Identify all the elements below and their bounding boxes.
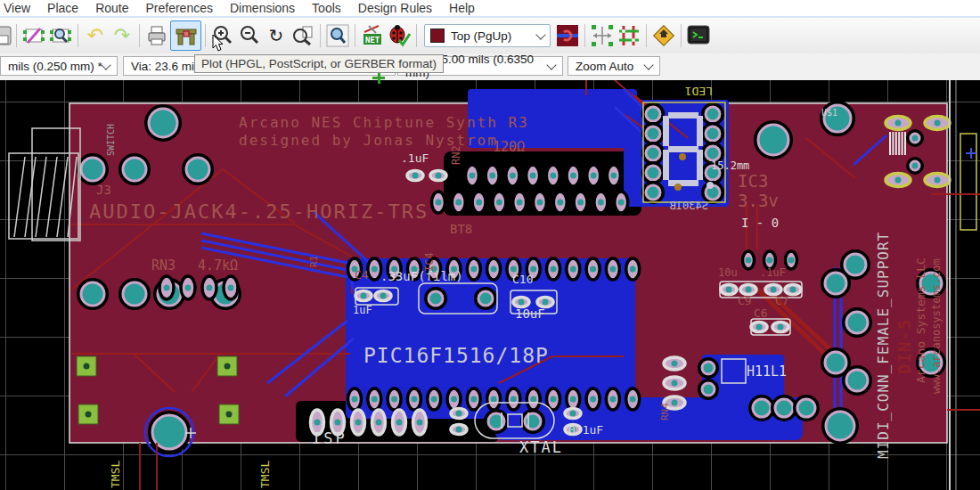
seg-model-label: S4301B <box>670 200 708 212</box>
zoom-select[interactable]: Zoom Auto <box>568 56 660 76</box>
plot-icon[interactable] <box>170 20 201 51</box>
separator <box>416 24 417 47</box>
grid-origin-marker <box>372 71 385 84</box>
zoom-out-icon[interactable] <box>236 21 263 50</box>
separator <box>320 24 321 47</box>
menu-design-rules[interactable]: Design Rules <box>353 1 444 15</box>
menu-dimensions[interactable]: Dimensions <box>225 1 306 15</box>
drc-check-icon[interactable] <box>386 21 412 50</box>
board-title: Arcano NES Chiptune Synth R3 <box>239 114 529 131</box>
read-netlist-icon[interactable]: NET <box>359 21 386 50</box>
options-toolbar: mils (0.250 mm) * Via: 23.6 mils (0.60 G… <box>0 53 980 81</box>
module-editor-icon[interactable] <box>20 21 47 50</box>
switch-label: SWITCH <box>106 124 116 156</box>
isp-label: ISP <box>312 429 347 447</box>
layer-color-swatch <box>430 29 445 43</box>
bt8-label: BT8 <box>450 222 472 236</box>
rn2-value: 120Ω <box>493 139 525 155</box>
separator <box>16 24 17 47</box>
menu-preferences[interactable]: Preferences <box>140 1 224 15</box>
seg-height-label: 15.2mm <box>711 159 749 172</box>
cap-1uf-label: .1uF <box>760 266 786 279</box>
track-width-select[interactable]: mils (0.250 mm) * <box>0 56 118 76</box>
chevron-down-icon <box>643 60 653 69</box>
rn3-label: RN3 <box>151 257 176 274</box>
redo-icon[interactable]: ↷ <box>109 21 135 50</box>
separator <box>681 24 682 47</box>
c4-value: .33uF(film) <box>380 269 463 283</box>
grid-toggle-icon[interactable] <box>616 21 642 50</box>
menu-help[interactable]: Help <box>444 1 486 15</box>
plot-tooltip: Plot (HPGL, PostScript, or GERBER format… <box>194 54 444 73</box>
rn2-label: RN2 <box>450 145 462 165</box>
xtal-label: XTAL <box>519 438 563 456</box>
ic4-label: IC4 <box>423 252 436 272</box>
separator <box>355 24 355 47</box>
zoom-fit-icon[interactable] <box>290 21 316 50</box>
separator <box>646 24 647 47</box>
pcb-canvas[interactable]: Arcano NES Chiptune Synth R3 designed by… <box>0 80 980 490</box>
find-icon[interactable] <box>324 21 351 50</box>
menu-route[interactable]: Route <box>90 1 140 15</box>
rn3-value: 4.7kΩ <box>198 257 238 274</box>
swap-layer-icon[interactable] <box>554 21 581 50</box>
layer-selector-value: Top (PgUp) <box>451 29 511 43</box>
c1uf-value: 1uF <box>353 304 372 316</box>
j3-label: J3 <box>96 183 111 197</box>
din5-label: DIN-5 <box>894 319 914 374</box>
pic-label: PIC16F1516/18P <box>363 344 549 367</box>
c6-label: C6 <box>754 306 768 320</box>
tmsl-label-1: TMSL <box>109 461 122 488</box>
undo-icon[interactable]: ↶ <box>82 21 109 50</box>
c-1uf-value: .1uF <box>401 151 429 165</box>
separator <box>78 24 78 47</box>
chevron-down-icon <box>101 60 110 69</box>
io-marks: I - 0 <box>741 216 779 230</box>
scripting-console-icon[interactable] <box>685 21 712 50</box>
chevron-down-icon <box>546 60 556 69</box>
layer-selector[interactable]: Top (PgUp) <box>424 24 551 47</box>
separator <box>584 24 585 47</box>
menu-tools[interactable]: Tools <box>306 1 353 15</box>
c9-label: C9 <box>738 294 752 307</box>
autoroute-icon[interactable] <box>650 21 677 50</box>
redraw-icon[interactable]: ↻ <box>263 21 290 50</box>
pcb-editor-window: View Place Route Preferences Dimensions … <box>0 0 980 490</box>
chevron-down-icon <box>535 29 545 39</box>
cap10u-label: 10u <box>718 266 738 279</box>
r1-label: R1 <box>308 256 320 267</box>
menu-view[interactable]: View <box>0 1 42 15</box>
c10-label: C10 <box>512 273 533 286</box>
ic3-value: 3.3v <box>738 191 779 210</box>
footprint-browser-icon[interactable] <box>47 21 74 50</box>
show-ratsnest-icon[interactable] <box>589 21 616 50</box>
menu-bar: View Place Route Preferences Dimensions … <box>0 0 980 18</box>
rn4-label: RN4 <box>659 403 671 421</box>
c7-label: C7 <box>775 294 789 307</box>
h11l1-label: H11L1 <box>747 363 787 380</box>
audio-jack-label: AUDIO-JACK4-.25-HORIZ-TRS <box>89 200 429 223</box>
menu-place[interactable]: Place <box>42 1 90 15</box>
c3-value: 0.1uF <box>568 423 603 437</box>
u1-label: U$1 <box>821 108 837 118</box>
zoom-in-icon[interactable] <box>209 21 236 50</box>
c10-value: 10uF <box>515 306 545 321</box>
midi-support-label: MIDI_CONN_FEMALE_SUPPORT <box>875 232 892 459</box>
separator <box>139 24 140 47</box>
led1-label: LED1 <box>685 85 713 98</box>
c4-label: C4 <box>355 268 369 282</box>
ic3-label: IC3 <box>738 171 768 191</box>
main-toolbar: ↶ ↷ ↻ NET Top <box>0 18 980 54</box>
tmsl-label-2: TMSL <box>258 461 272 488</box>
website-label: www.arcanosystems.com <box>930 258 943 394</box>
svg-text:NET: NET <box>365 36 380 45</box>
print-icon[interactable] <box>143 21 170 50</box>
separator <box>205 24 206 47</box>
company-label: Arcano Systems LLC <box>914 257 927 383</box>
save-icon[interactable] <box>0 21 12 50</box>
